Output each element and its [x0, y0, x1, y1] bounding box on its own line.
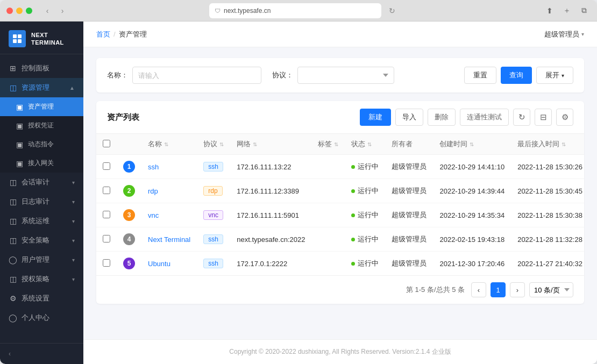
status-indicator: 运行中 [351, 234, 379, 244]
prev-page-button[interactable]: ‹ [471, 282, 486, 297]
row-tags-cell [311, 227, 345, 252]
status-sort-icon[interactable]: ⇅ [367, 141, 372, 147]
name-search-field: 名称： [107, 67, 261, 84]
query-button[interactable]: 查询 [501, 67, 532, 84]
row-network-cell: 172.16.111.11:5901 [230, 203, 311, 227]
share-button[interactable]: ⬆ [543, 4, 556, 17]
footer: Copyright © 2020-2022 dushixiang, All Ri… [83, 339, 597, 364]
protocol-sort-icon[interactable]: ⇅ [219, 141, 224, 147]
address-text: next.typesafe.cn [224, 7, 271, 15]
nav-back-button[interactable]: ‹ [41, 4, 54, 17]
asset-name-link[interactable]: rdp [148, 187, 158, 195]
import-button[interactable]: 导入 [395, 109, 423, 126]
sidebar-item-resources[interactable]: ◫ 资源管理 ▲ [0, 78, 83, 97]
refresh-table-button[interactable]: ↻ [513, 109, 530, 126]
tags-sort-icon[interactable]: ⇅ [334, 141, 338, 147]
column-settings-button[interactable]: ⊟ [535, 109, 552, 126]
row-access-cell: 2022-11-28 15:30:45 [511, 179, 584, 203]
breadcrumb-home[interactable]: 首页 [96, 30, 110, 39]
row-number-badge: 1 [123, 161, 135, 173]
row-created-cell: 2022-10-29 14:35:34 [433, 203, 511, 227]
row-num-cell: 5 [117, 252, 141, 276]
network-sort-icon[interactable]: ⇅ [253, 141, 257, 147]
user-menu[interactable]: 超级管理员 ▾ [544, 30, 584, 39]
sidebar-item-ops[interactable]: ◫ 系统运维 ▾ [0, 211, 83, 231]
page-1-button[interactable]: 1 [491, 282, 506, 297]
table-title: 资产列表 [107, 112, 139, 123]
row-created-cell: 2022-10-29 14:39:44 [433, 179, 511, 203]
auth-policy-icon: ◫ [9, 275, 17, 283]
windows-button[interactable]: ⧉ [578, 4, 591, 17]
sidebar-item-session-audit[interactable]: ◫ 会话审计 ▾ [0, 173, 83, 192]
logo-text: NEXT TERMINAL [31, 31, 64, 47]
footer-text: Copyright © 2020-2022 dushixiang, All Ri… [229, 348, 451, 355]
col-last-access: 最后接入时间⇅ [511, 134, 584, 155]
nav-forward-button[interactable]: › [56, 4, 69, 17]
table-header: 资产列表 新建 导入 删除 连通性测试 ↻ ⊟ ⚙ [96, 101, 584, 134]
row-checkbox-1[interactable] [103, 187, 110, 194]
security-arrow: ▾ [72, 238, 75, 244]
access-sort-icon[interactable]: ⇅ [562, 141, 566, 147]
sidebar-item-security[interactable]: ◫ 安全策略 ▾ [0, 231, 83, 250]
row-checkbox-3[interactable] [103, 235, 110, 242]
minimize-button[interactable] [16, 8, 23, 14]
row-num-cell: 3 [117, 203, 141, 227]
asset-name-link[interactable]: ssh [148, 163, 159, 171]
table-header-row: 名称⇅ 协议⇅ 网络⇅ 标签⇅ 状态⇅ 所有者 创建时间⇅ 最后接入时间⇅ 操作 [96, 134, 584, 155]
expand-button[interactable]: 展开 ▾ [536, 67, 573, 84]
name-input[interactable] [132, 67, 261, 84]
row-status-cell: 运行中 [345, 203, 385, 227]
sidebar-item-users[interactable]: ◯ 用户管理 ▾ [0, 250, 83, 269]
page-size-select[interactable]: 10 条/页 20 条/页 50 条/页 [529, 282, 573, 297]
sidebar-item-gateway[interactable]: ▣ 接入网关 [0, 154, 83, 173]
sidebar-item-auth-policy[interactable]: ◫ 授权策略 ▾ [0, 269, 83, 289]
sidebar-item-assets[interactable]: ▣ 资产管理 [0, 97, 83, 116]
table-row: 5 Ubuntu ssh 172.17.0.1:2222 运行中 超级管理员 2… [96, 252, 584, 276]
row-checkbox-4[interactable] [103, 259, 110, 267]
address-bar[interactable]: 🛡 next.typesafe.cn [209, 3, 381, 18]
new-asset-button[interactable]: 新建 [360, 109, 391, 126]
auth-policy-arrow: ▾ [72, 276, 75, 282]
reset-button[interactable]: 重置 [464, 67, 496, 84]
protocol-select[interactable]: SSH RDP VNC [297, 67, 394, 84]
collapse-icon: ‹ [9, 350, 11, 358]
protocol-tag: ssh [203, 234, 223, 244]
asset-name-link[interactable]: Next Terminal [148, 235, 190, 244]
select-all-checkbox[interactable] [103, 140, 110, 147]
sidebar-item-credentials[interactable]: ▣ 授权凭证 [0, 116, 83, 135]
protocol-tag: vnc [203, 210, 223, 220]
maximize-button[interactable] [26, 8, 32, 14]
row-protocol-cell: ssh [197, 252, 230, 276]
settings-icon: ⚙ [9, 294, 17, 303]
next-page-button[interactable]: › [510, 282, 525, 297]
asset-name-link[interactable]: vnc [148, 211, 159, 219]
row-checkbox-0[interactable] [103, 162, 110, 170]
table-head: 名称⇅ 协议⇅ 网络⇅ 标签⇅ 状态⇅ 所有者 创建时间⇅ 最后接入时间⇅ 操作 [96, 134, 584, 155]
nav-sub-resources: ▣ 资产管理 ▣ 授权凭证 ▣ 动态指令 ▣ 接入网关 [0, 97, 83, 173]
delete-button[interactable]: 删除 [428, 109, 456, 126]
sidebar-item-dashboard[interactable]: ⊞ 控制面板 [0, 59, 83, 78]
sidebar-item-dynamic-cmd[interactable]: ▣ 动态指令 [0, 135, 83, 154]
sidebar-item-settings[interactable]: ⚙ 系统设置 [0, 289, 83, 308]
refresh-button[interactable]: ↻ [386, 4, 399, 17]
browser-window: ‹ › 🛡 next.typesafe.cn ↻ ⬆ ＋ ⧉ [0, 0, 597, 364]
asset-name-link[interactable]: Ubuntu [148, 260, 170, 268]
row-protocol-cell: rdp [197, 179, 230, 203]
status-indicator: 运行中 [351, 186, 379, 196]
sidebar-item-log-audit[interactable]: ◫ 日志审计 ▾ [0, 192, 83, 211]
row-checkbox-2[interactable] [103, 211, 110, 218]
created-sort-icon[interactable]: ⇅ [470, 141, 474, 147]
new-tab-button[interactable]: ＋ [560, 4, 573, 17]
col-owner: 所有者 [385, 134, 433, 155]
sidebar-item-label-assets: 资产管理 [28, 102, 75, 111]
table-row: 4 Next Terminal ssh next.typesafe.cn:202… [96, 227, 584, 252]
sidebar-item-profile[interactable]: ◯ 个人中心 [0, 308, 83, 327]
status-dot-icon [351, 238, 355, 241]
connectivity-test-button[interactable]: 连通性测试 [460, 109, 509, 126]
profile-icon: ◯ [9, 313, 17, 322]
name-sort-icon[interactable]: ⇅ [164, 141, 168, 147]
sidebar-collapse-button[interactable]: ‹ [0, 343, 83, 364]
log-audit-arrow: ▾ [72, 199, 75, 205]
density-button[interactable]: ⚙ [556, 109, 573, 126]
close-button[interactable] [6, 8, 13, 14]
